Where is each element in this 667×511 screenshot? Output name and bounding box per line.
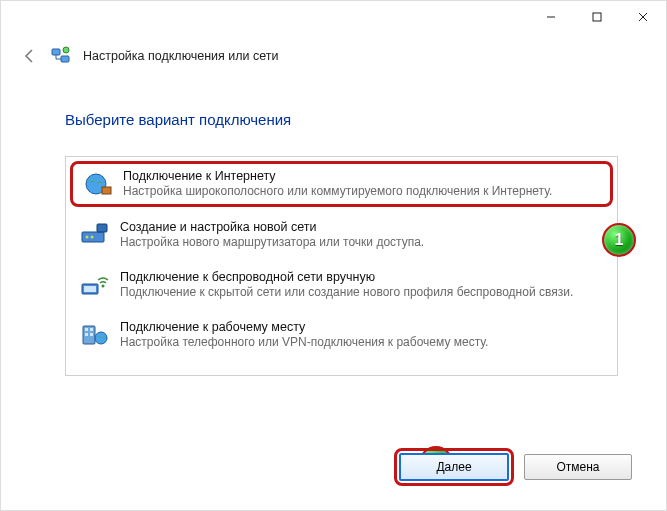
svg-rect-14 — [97, 224, 107, 232]
maximize-button[interactable] — [574, 1, 620, 33]
wizard-title: Настройка подключения или сети — [83, 49, 279, 63]
option-title: Подключение к Интернету — [123, 169, 552, 183]
annotation-badge-1: 1 — [602, 223, 636, 257]
option-title: Подключение к рабочему месту — [120, 320, 488, 334]
router-icon — [78, 219, 110, 251]
svg-rect-18 — [83, 326, 95, 344]
back-arrow-icon — [22, 48, 38, 64]
minimize-icon — [546, 12, 556, 22]
header: Настройка подключения или сети — [1, 39, 666, 73]
option-desc: Настройка широкополосного или коммутируе… — [123, 184, 552, 198]
main-content: Выберите вариант подключения Подключение… — [1, 73, 666, 376]
page-heading: Выберите вариант подключения — [65, 111, 618, 128]
svg-rect-21 — [85, 333, 88, 336]
maximize-icon — [592, 12, 602, 22]
svg-point-8 — [63, 47, 69, 53]
option-new-network[interactable]: Создание и настройка новой сети Настройк… — [70, 213, 613, 257]
globe-icon — [81, 168, 113, 200]
back-button[interactable] — [21, 47, 39, 65]
svg-rect-20 — [90, 328, 93, 331]
option-title: Создание и настройка новой сети — [120, 220, 424, 234]
footer: Далее Отмена — [394, 448, 632, 486]
svg-point-13 — [91, 236, 94, 239]
option-workplace[interactable]: Подключение к рабочему месту Настройка т… — [70, 313, 613, 357]
svg-rect-16 — [84, 286, 96, 292]
wizard-window: Настройка подключения или сети Выберите … — [0, 0, 667, 511]
options-list: Подключение к Интернету Настройка широко… — [65, 156, 618, 376]
svg-rect-5 — [61, 56, 69, 62]
svg-rect-19 — [85, 328, 88, 331]
network-wizard-icon — [51, 46, 71, 66]
svg-rect-22 — [90, 333, 93, 336]
option-desc: Подключение к скрытой сети или создание … — [120, 285, 573, 299]
titlebar — [1, 1, 666, 33]
option-desc: Настройка нового маршрутизатора или точк… — [120, 235, 424, 249]
close-icon — [638, 12, 648, 22]
option-title: Подключение к беспроводной сети вручную — [120, 270, 573, 284]
svg-rect-4 — [52, 49, 60, 55]
close-button[interactable] — [620, 1, 666, 33]
svg-point-12 — [86, 236, 89, 239]
option-internet[interactable]: Подключение к Интернету Настройка широко… — [70, 161, 613, 207]
minimize-button[interactable] — [528, 1, 574, 33]
option-wireless-manual[interactable]: Подключение к беспроводной сети вручную … — [70, 263, 613, 307]
cancel-button[interactable]: Отмена — [524, 454, 632, 480]
svg-point-23 — [95, 332, 107, 344]
vpn-icon — [78, 319, 110, 351]
next-button[interactable]: Далее — [399, 453, 509, 481]
svg-rect-1 — [593, 13, 601, 21]
svg-rect-10 — [102, 187, 111, 194]
next-button-highlight: Далее — [394, 448, 514, 486]
svg-point-17 — [102, 285, 105, 288]
option-desc: Настройка телефонного или VPN-подключени… — [120, 335, 488, 349]
wifi-icon — [78, 269, 110, 301]
